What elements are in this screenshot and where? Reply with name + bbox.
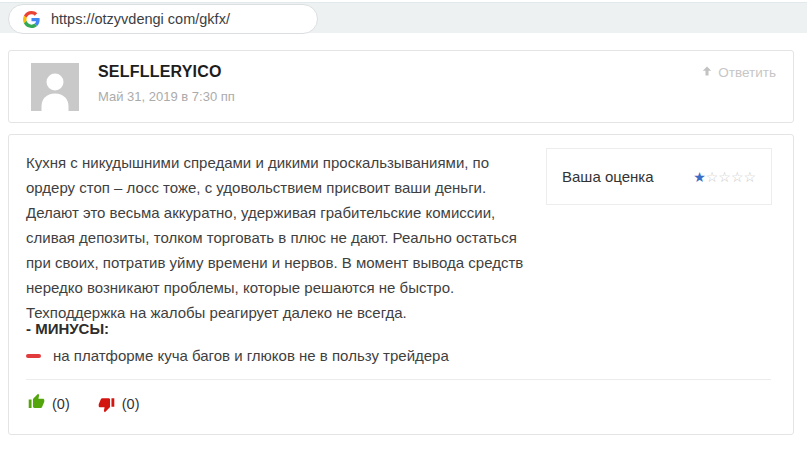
star-empty-icon[interactable]: ☆ [731, 169, 744, 185]
dislike-button[interactable]: (0) [98, 393, 140, 414]
red-dash-icon [26, 354, 41, 358]
url-text[interactable]: https://otzyvdengi com/gkfx/ [51, 11, 230, 27]
star-rating[interactable]: ★☆☆☆☆ [693, 170, 756, 184]
star-filled-icon[interactable]: ★ [693, 169, 706, 185]
votes-row: (0) (0) [28, 393, 139, 414]
reply-arrow-icon [701, 65, 713, 80]
reply-label[interactable]: Ответить [718, 65, 776, 80]
review-header-card: SELFLLERYICO Май 31, 2019 в 7:30 пп Отве… [8, 50, 794, 123]
star-empty-icon[interactable]: ☆ [706, 169, 719, 185]
review-body-card: Кухня с никудышними спредами и дикими пр… [8, 134, 794, 435]
thumb-down-icon [98, 393, 115, 414]
minus-item-text: на платформе куча багов и глюков не в по… [53, 347, 449, 364]
google-g-icon [23, 11, 40, 28]
like-button[interactable]: (0) [28, 393, 70, 414]
star-empty-icon[interactable]: ☆ [718, 169, 731, 185]
review-text: Кухня с никудышними спредами и дикими пр… [26, 150, 538, 325]
review-date: Май 31, 2019 в 7:30 пп [98, 89, 235, 104]
minuses-heading: - МИНУСЫ: [26, 320, 109, 337]
review-author: SELFLLERYICO [98, 63, 222, 81]
dislike-count: (0) [122, 396, 140, 412]
thumb-up-icon [28, 393, 45, 414]
page: https://otzyvdengi com/gkfx/ SELFLLERYIC… [0, 0, 807, 454]
minus-list-item: на платформе куча багов и глюков не в по… [26, 347, 766, 364]
avatar [31, 63, 79, 111]
reply-button[interactable]: Ответить [701, 65, 776, 80]
like-count: (0) [52, 396, 70, 412]
votes-divider [26, 379, 771, 380]
rating-panel: Ваша оценка ★☆☆☆☆ [546, 148, 772, 205]
rating-label: Ваша оценка [562, 168, 654, 185]
star-empty-icon[interactable]: ☆ [743, 169, 756, 185]
url-bar[interactable]: https://otzyvdengi com/gkfx/ [8, 4, 318, 34]
